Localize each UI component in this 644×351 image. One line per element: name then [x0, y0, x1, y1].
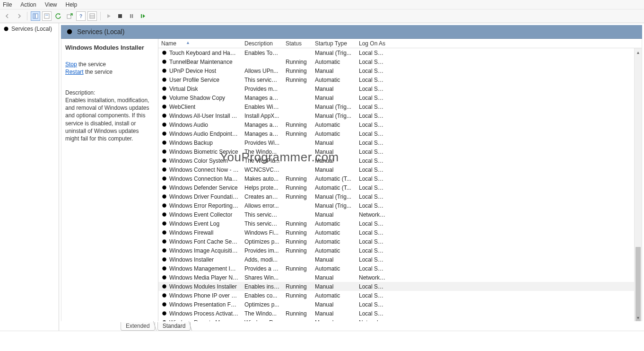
list-header: Name▲ Description Status Startup Type Lo…: [158, 39, 642, 48]
gear-icon: [161, 167, 167, 173]
refresh-button[interactable]: [53, 11, 63, 21]
service-startup-type: Manual: [312, 86, 356, 92]
service-name: Windows Audio Endpoint B...: [169, 131, 239, 137]
help-button[interactable]: ?: [76, 11, 86, 21]
service-row[interactable]: Windows AudioManages au...RunningAutomat…: [158, 120, 642, 129]
forward-button[interactable]: [14, 11, 24, 21]
column-name[interactable]: Name▲: [158, 39, 242, 48]
service-row[interactable]: Virtual DiskProvides m...ManualLocal Sys…: [158, 84, 642, 93]
service-row[interactable]: Windows Driver Foundation...Creates and.…: [158, 192, 642, 201]
service-name: Windows Driver Foundation...: [169, 193, 239, 200]
service-startup-type: Automatic: [312, 265, 356, 272]
stop-service-link[interactable]: Stop: [65, 61, 77, 68]
service-row[interactable]: Windows Modules InstallerEnables inst...…: [158, 282, 642, 291]
column-description[interactable]: Description: [242, 39, 283, 48]
service-row[interactable]: UPnP Device HostAllows UPn...RunningManu…: [158, 66, 642, 75]
service-row[interactable]: Windows Phone IP over US...Enables co...…: [158, 291, 642, 300]
show-tree-button[interactable]: [31, 11, 40, 21]
service-description: Allows error...: [242, 202, 283, 209]
service-startup-type: Manual (Trig...: [312, 50, 356, 56]
service-row[interactable]: Windows Audio Endpoint B...Manages au...…: [158, 129, 642, 138]
service-name: Windows Error Reporting Se...: [169, 202, 239, 209]
service-name: Windows Management Inst...: [169, 265, 239, 272]
column-status[interactable]: Status: [283, 39, 312, 48]
service-name: Windows Color System: [169, 158, 228, 164]
gear-icon: [161, 184, 167, 191]
svg-rect-3: [35, 14, 38, 18]
gear-icon: [161, 274, 167, 281]
service-row[interactable]: Windows Remote Manage...Windows R...Manu…: [158, 318, 642, 321]
service-name: Windows Modules Installer: [169, 283, 237, 290]
service-description: The WcsPlu...: [242, 158, 283, 164]
column-startup-type[interactable]: Startup Type: [312, 39, 356, 48]
gear-icon: [161, 301, 167, 307]
service-logon-as: Local Syste...: [356, 59, 389, 65]
gear-icon: [161, 176, 167, 182]
service-description: Manages au...: [242, 122, 283, 128]
content-title: Services (Local): [77, 28, 124, 35]
service-row[interactable]: Windows Presentation Fou...Optimizes p..…: [158, 300, 642, 309]
restart-service-button[interactable]: [138, 11, 148, 21]
menu-action[interactable]: Action: [20, 1, 36, 8]
pause-service-button[interactable]: [127, 11, 136, 21]
service-row[interactable]: Volume Shadow CopyManages an...ManualLoc…: [158, 93, 642, 102]
service-row[interactable]: Windows InstallerAdds, modi...ManualLoca…: [158, 255, 642, 264]
service-logon-as: Local Syste...: [356, 86, 389, 92]
back-button[interactable]: [3, 11, 12, 21]
tab-extended[interactable]: Extended: [121, 322, 155, 331]
export-button[interactable]: [65, 11, 74, 21]
menu-help[interactable]: Help: [66, 1, 78, 8]
service-row[interactable]: Windows Management Inst...Provides a c..…: [158, 264, 642, 273]
service-row[interactable]: Windows Event LogThis service ...Running…: [158, 219, 642, 228]
vertical-scrollbar[interactable]: ▴ ▾: [634, 48, 642, 321]
menu-file[interactable]: File: [3, 1, 12, 8]
service-row[interactable]: WebClientEnables Win...Manual (Trig...Lo…: [158, 102, 642, 111]
properties-button[interactable]: [42, 11, 52, 21]
service-startup-type: Manual (Trig...: [312, 193, 356, 200]
start-service-button[interactable]: [104, 11, 113, 21]
service-row[interactable]: Windows Connection Mana...Makes auto...R…: [158, 174, 642, 183]
tree-root-services[interactable]: Services (Local): [2, 25, 57, 33]
service-row[interactable]: User Profile ServiceThis service ...Runn…: [158, 75, 642, 84]
service-logon-as: Local Service: [356, 220, 389, 227]
service-logon-as: Local Syste...: [356, 95, 389, 101]
service-row[interactable]: Windows Connect Now - C...WCNCSVC ...Man…: [158, 165, 642, 174]
service-row[interactable]: Windows Font Cache ServiceOptimizes p...…: [158, 237, 642, 246]
service-row[interactable]: Windows Image Acquisitio...Provides im..…: [158, 246, 642, 255]
restart-service-link[interactable]: Restart: [65, 69, 84, 75]
gear-icon: [161, 131, 167, 137]
tab-standard[interactable]: Standard: [157, 322, 191, 331]
service-row[interactable]: Windows All-User Install Ag...Install Ap…: [158, 111, 642, 120]
service-row[interactable]: Windows BackupProvides Wi...ManualLocal …: [158, 138, 642, 147]
scroll-up-icon[interactable]: ▴: [635, 48, 642, 56]
scroll-thumb[interactable]: [635, 247, 641, 321]
service-row[interactable]: Windows Media Player Net...Shares Win...…: [158, 273, 642, 282]
column-logon-as[interactable]: Log On As: [356, 39, 389, 48]
service-name: Windows Process Activatio...: [169, 310, 239, 317]
service-name: Windows All-User Install Ag...: [169, 113, 239, 119]
gear-icon: [161, 193, 167, 200]
service-logon-as: Local Syste...: [356, 77, 389, 83]
menu-bar: File Action View Help: [0, 0, 644, 9]
gear-icon: [161, 113, 167, 119]
scroll-down-icon[interactable]: ▾: [635, 314, 642, 321]
sort-indicator-icon: ▲: [186, 40, 190, 45]
service-row[interactable]: Windows Color SystemThe WcsPlu...ManualL…: [158, 156, 642, 165]
service-row[interactable]: Windows Event CollectorThis service ...M…: [158, 210, 642, 219]
menu-view[interactable]: View: [45, 1, 57, 8]
service-row[interactable]: Windows FirewallWindows Fi...RunningAuto…: [158, 228, 642, 237]
service-row[interactable]: Windows Error Reporting Se...Allows erro…: [158, 201, 642, 210]
service-row[interactable]: Windows Defender ServiceHelps prote...Ru…: [158, 183, 642, 192]
service-logon-as: Local Syste...: [356, 193, 389, 200]
svg-rect-6: [67, 15, 71, 18]
service-row[interactable]: Touch Keyboard and Hand...Enables Tou...…: [158, 48, 642, 57]
service-startup-type: Automatic (T...: [312, 184, 356, 191]
service-description: WCNCSVC ...: [242, 167, 283, 173]
grid-button[interactable]: [87, 11, 97, 21]
service-row[interactable]: TunnelBear MaintenanceRunningAutomaticLo…: [158, 57, 642, 66]
gear-icon: [161, 202, 167, 209]
service-row[interactable]: Windows Biometric ServiceThe Windo...Man…: [158, 147, 642, 156]
service-name: Windows Image Acquisitio...: [169, 247, 239, 254]
service-row[interactable]: Windows Process Activatio...The Windo...…: [158, 309, 642, 318]
stop-service-button[interactable]: [115, 11, 125, 21]
